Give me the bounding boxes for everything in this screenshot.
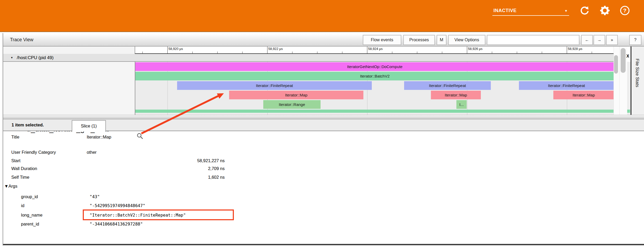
scrollbar-thumb[interactable]: [614, 55, 618, 74]
prev-arrow-button[interactable]: ←: [581, 35, 593, 45]
args-section-header[interactable]: ▼Args: [4, 184, 17, 189]
more-tools-button[interactable]: »: [606, 35, 618, 45]
trace-slice-finiterepeat[interactable]: Iterator::FiniteRepeat: [404, 81, 491, 90]
ruler-tick: 58,922 µs: [267, 47, 267, 54]
panel-splitter[interactable]: [3, 115, 644, 119]
svg-text:?: ?: [623, 7, 627, 13]
arg-name-parent-id: parent_id: [21, 222, 39, 227]
field-value-start: 58,921,227 ns: [120, 158, 225, 163]
field-value-self-time: 1,602 ns: [120, 175, 225, 180]
arg-value-group-id: "43": [90, 194, 100, 199]
app-header: INACTIVE ▾: [0, 0, 644, 32]
track-label-panel: ▾ tf_data_iterator_get_next: [3, 62, 135, 115]
trace-slice-batchv2[interactable]: Iterator::BatchV2: [135, 72, 614, 80]
status-dropdown[interactable]: INACTIVE ▾: [492, 6, 569, 16]
search-input[interactable]: [487, 35, 579, 45]
field-value-category: other: [87, 150, 97, 155]
file-size-stats-tab[interactable]: File Size Stats: [631, 47, 644, 115]
field-value-title: Iterator::Map: [87, 135, 111, 140]
field-label-start: Start: [11, 158, 20, 163]
metadata-button[interactable]: M: [437, 35, 446, 45]
collapse-triangle-icon[interactable]: ▾: [11, 56, 13, 59]
file-size-stats-label: File Size Stats: [635, 59, 640, 87]
field-label-title: Title: [11, 135, 19, 140]
dropdown-caret-icon: ▾: [565, 8, 567, 13]
gear-icon[interactable]: [600, 5, 610, 16]
trace-slice-map[interactable]: Iterator::Map: [553, 91, 614, 99]
trace-slice-finiterepeat[interactable]: Iterator::FiniteRepeat: [519, 81, 614, 90]
status-value: INACTIVE: [493, 8, 517, 13]
process-name: /host:CPU (pid 49): [17, 55, 54, 60]
magnifier-icon[interactable]: [137, 133, 143, 141]
selection-summary: 1 item selected.: [12, 122, 44, 127]
view-options-button[interactable]: View Options: [448, 35, 485, 45]
close-button[interactable]: X: [626, 54, 629, 59]
processes-button[interactable]: Processes: [403, 35, 435, 45]
help-button[interactable]: ?: [629, 35, 641, 45]
trace-slice-map[interactable]: Iterator::Map: [431, 91, 481, 99]
ruler-tick: 58,928 µs: [567, 47, 567, 54]
next-arrow-button[interactable]: →: [594, 35, 605, 45]
flow-events-button[interactable]: Flow events: [363, 35, 401, 45]
ruler-tick: 58,920 µs: [167, 47, 168, 54]
process-header-row[interactable]: ▾ /host:CPU (pid 49): [3, 54, 614, 62]
trace-slice-truncated[interactable]: I...: [456, 100, 467, 109]
trace-slice-range[interactable]: Iterator::Range: [263, 100, 321, 109]
field-label-wall-duration: Wall Duration: [11, 166, 37, 171]
scrollbar-thumb[interactable]: [621, 48, 626, 73]
trace-view-title: Trace View: [10, 37, 33, 43]
trace-slice-docompute[interactable]: IteratorGetNextOp::DoCompute: [135, 62, 614, 71]
help-icon[interactable]: ?: [620, 5, 630, 16]
arg-name-long-name: long_name: [21, 213, 43, 218]
refresh-icon[interactable]: [579, 5, 590, 16]
annotation-highlight-box: [83, 209, 234, 220]
field-label-category: User Friendly Category: [11, 150, 56, 155]
trace-slice-finiterepeat[interactable]: Iterator::FiniteRepeat: [177, 81, 372, 90]
ruler-minor-ticks: [142, 52, 613, 54]
expand-triangle-icon[interactable]: ▼: [4, 184, 8, 188]
panel-bottom-border: [3, 244, 644, 245]
tab-slice[interactable]: Slice (1): [72, 120, 106, 132]
arg-name-id: id: [21, 203, 24, 208]
ruler-tick: 58,926 µs: [467, 47, 467, 54]
field-label-self-time: Self Time: [11, 175, 29, 180]
field-value-wall-duration: 2,709 ns: [120, 166, 225, 171]
arg-value-id: "-5429951974994848647": [90, 203, 145, 208]
trace-slice-partial-row[interactable]: [135, 110, 630, 113]
arg-name-group-id: group_id: [21, 194, 38, 199]
arg-value-parent-id: "-344106684136297288": [90, 222, 143, 227]
trace-slice-map-selected[interactable]: Iterator::Map: [229, 91, 363, 99]
ruler-tick: 58,924 µs: [367, 47, 367, 54]
ruler-left-spacer: [3, 47, 135, 54]
